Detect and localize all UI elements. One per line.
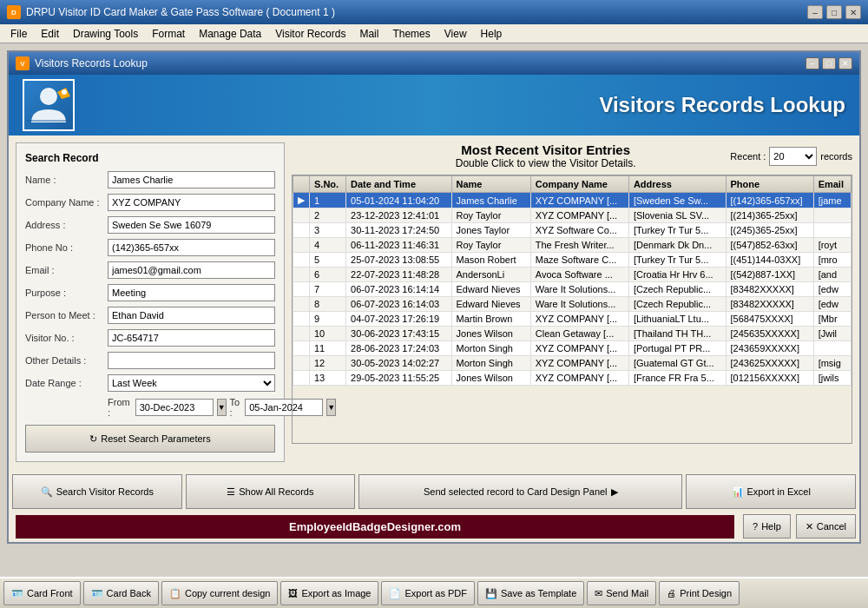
input-from-date[interactable] — [135, 399, 214, 416]
input-purpose[interactable] — [108, 284, 275, 301]
menu-help[interactable]: Help — [474, 26, 510, 42]
title-bar-controls[interactable]: – □ ✕ — [807, 5, 861, 19]
window-title: DRPU Visitor ID Card Maker & Gate Pass S… — [26, 6, 335, 18]
help-icon: ? — [753, 521, 758, 532]
app-icon: D — [7, 5, 21, 19]
taskbar-export-image[interactable]: 🖼 Export as Image — [280, 581, 378, 605]
send-btn-label: Send selected record to Card Design Pane… — [424, 486, 608, 497]
dialog-minimize-button[interactable]: – — [806, 57, 819, 69]
search-button[interactable]: 🔍 Search Visitor Records — [12, 474, 182, 509]
table-row[interactable]: 12 30-05-2023 14:02:27 Morton Singh XYZ … — [293, 356, 852, 371]
input-name[interactable] — [108, 171, 275, 188]
maximize-button[interactable]: □ — [826, 5, 842, 19]
title-bar: D DRPU Visitor ID Card Maker & Gate Pass… — [0, 0, 868, 24]
recent-select[interactable]: 20 50 100 — [769, 147, 817, 166]
input-person[interactable] — [108, 307, 275, 324]
minimize-button[interactable]: – — [807, 5, 823, 19]
menu-themes[interactable]: Themes — [385, 26, 437, 42]
input-address[interactable] — [108, 216, 275, 234]
table-row[interactable]: 10 30-06-2023 17:43:15 Jones Wilson Clea… — [293, 327, 852, 341]
export-excel-button[interactable]: 📊 Export in Excel — [686, 474, 856, 509]
taskbar-print-design[interactable]: 🖨 Print Design — [659, 581, 740, 605]
taskbar-card-front[interactable]: 🪪 Card Front — [3, 581, 81, 605]
card-back-label: Card Back — [107, 588, 151, 598]
table-row[interactable]: 5 25-07-2023 13:08:55 Mason Robert Maze … — [293, 253, 852, 268]
input-phone[interactable] — [108, 239, 275, 256]
input-company[interactable] — [108, 194, 275, 211]
table-row[interactable]: 7 06-07-2023 16:14:14 Edward Nieves Ware… — [293, 282, 852, 297]
menu-view[interactable]: View — [437, 26, 474, 42]
close-button[interactable]: ✕ — [845, 5, 861, 19]
cell-datetime: 25-07-2023 13:08:55 — [346, 253, 452, 268]
cell-company: XYZ COMPANY [... — [530, 371, 628, 386]
menu-file[interactable]: File — [3, 26, 34, 42]
table-row[interactable]: 13 29-05-2023 11:55:25 Jones Wilson XYZ … — [293, 371, 852, 386]
cancel-button[interactable]: ✕ Cancel — [796, 514, 856, 539]
cell-email: [Mbr — [813, 312, 851, 327]
label-phone: Phone No : — [25, 242, 108, 253]
cell-email: [royt — [813, 238, 851, 253]
dialog-close-button[interactable]: ✕ — [838, 57, 852, 69]
input-other[interactable] — [108, 352, 275, 369]
table-row[interactable]: 9 04-07-2023 17:26:19 Martin Brown XYZ C… — [293, 312, 852, 327]
cell-name: Edward Nieves — [451, 297, 530, 312]
copy-icon: 📋 — [169, 588, 181, 599]
cell-address: [Croatia Hr Hrv 6... — [628, 268, 726, 282]
menu-mail[interactable]: Mail — [352, 26, 385, 42]
input-visitor-no[interactable] — [108, 329, 275, 347]
table-row[interactable]: 4 06-11-2023 11:46:31 Roy Taylor The Fre… — [293, 238, 852, 253]
cell-address: [Czech Republic... — [628, 282, 726, 297]
table-row[interactable]: 8 06-07-2023 16:14:03 Edward Nieves Ware… — [293, 297, 852, 312]
cell-sno: 12 — [310, 356, 346, 371]
input-email[interactable] — [108, 261, 275, 279]
footer-brand: EmployeeIdBadgeDesigner.com — [16, 515, 734, 539]
menu-drawing-tools[interactable]: Drawing Tools — [66, 26, 145, 42]
taskbar-card-back[interactable]: 🪪 Card Back — [83, 581, 159, 605]
cell-address: [Portugal PT PR... — [628, 341, 726, 356]
dialog-title-bar: V Visitors Records Lookup – □ ✕ — [9, 52, 859, 75]
send-to-card-button[interactable]: Send selected record to Card Design Pane… — [358, 474, 682, 509]
dialog-maximize-button[interactable]: □ — [822, 57, 836, 69]
taskbar-save-template[interactable]: 💾 Save as Template — [477, 581, 584, 605]
taskbar: 🪪 Card Front 🪪 Card Back 📋 Copy current … — [0, 577, 868, 608]
cell-datetime: 22-07-2023 11:48:28 — [346, 268, 452, 282]
records-table-container[interactable]: S.No. Date and Time Name Company Name Ad… — [292, 175, 852, 444]
menu-visitor-records[interactable]: Visitor Records — [268, 26, 352, 42]
cell-phone: [83482XXXXX] — [726, 282, 813, 297]
cell-phone: [012156XXXXX] — [726, 371, 813, 386]
cell-address: [Thailand TH TH... — [628, 327, 726, 341]
table-row[interactable]: 3 30-11-2023 17:24:50 Jones Taylor XYZ S… — [293, 223, 852, 238]
reset-label: Reset Search Parameters — [101, 433, 211, 444]
cell-email: [Jwil — [813, 327, 851, 341]
show-all-button[interactable]: ☰ Show All Records — [186, 474, 356, 509]
from-date-picker-button[interactable]: ▼ — [217, 399, 227, 416]
cell-datetime: 30-05-2023 14:02:27 — [346, 356, 452, 371]
cell-datetime: 06-07-2023 16:14:03 — [346, 297, 452, 312]
select-daterange[interactable]: Last Week Last Month All Time — [108, 374, 275, 392]
export-pdf-label: Export as PDF — [404, 588, 467, 598]
visitor-icon-svg — [27, 83, 70, 127]
table-row[interactable]: 6 22-07-2023 11:48:28 AndersonLi Avoca S… — [293, 268, 852, 282]
col-company: Company Name — [530, 176, 628, 193]
taskbar-send-mail[interactable]: ✉ Send Mail — [587, 581, 656, 605]
label-email: Email : — [25, 265, 108, 275]
table-title-main: Most Recent Visitor Entries — [361, 142, 730, 157]
cell-email: [and — [813, 268, 851, 282]
banner-title-text: Visitors Records Lookup — [599, 93, 845, 116]
taskbar-export-pdf[interactable]: 📄 Export as PDF — [381, 581, 475, 605]
form-row-name: Name : — [25, 171, 275, 188]
table-row[interactable]: ▶ 1 05-01-2024 11:04:20 James Charlie XY… — [293, 193, 852, 208]
reset-button[interactable]: ↻ Reset Search Parameters — [25, 425, 275, 453]
table-row[interactable]: 2 23-12-2023 12:41:01 Roy Taylor XYZ COM… — [293, 208, 852, 223]
cell-phone: [(245)365-25xx] — [726, 223, 813, 238]
content-area: Search Record Name : Company Name : Addr… — [9, 135, 859, 469]
menu-edit[interactable]: Edit — [34, 26, 66, 42]
mail-icon: ✉ — [595, 588, 602, 599]
menu-format[interactable]: Format — [145, 26, 192, 42]
banner-logo — [23, 79, 75, 131]
table-row[interactable]: 11 28-06-2023 17:24:03 Morton Singh XYZ … — [293, 341, 852, 356]
dialog-title-controls[interactable]: – □ ✕ — [806, 57, 852, 69]
help-button[interactable]: ? Help — [743, 514, 791, 539]
menu-manage-data[interactable]: Manage Data — [192, 26, 268, 42]
taskbar-copy-design[interactable]: 📋 Copy current design — [161, 581, 278, 605]
